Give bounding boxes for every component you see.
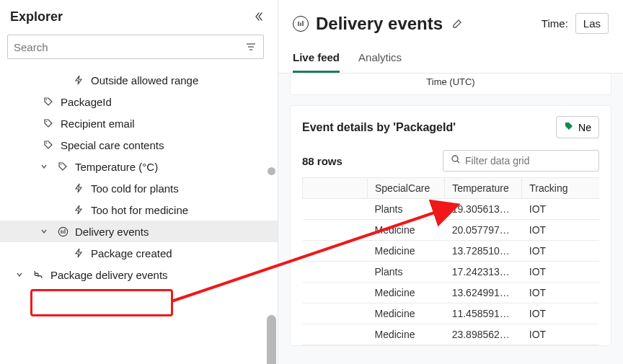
panel-title: Event details by 'PackageId' — [302, 121, 456, 134]
svg-point-6 — [61, 164, 62, 166]
row-count: 88 rows — [302, 155, 343, 167]
collapse-sidebar-button[interactable] — [249, 7, 268, 26]
bolt-icon — [72, 203, 85, 216]
tree-label: Outside allowed range — [91, 74, 198, 86]
chevron-down-icon[interactable] — [14, 271, 25, 278]
table-header-row: SpecialCare Temperature Tracking — [303, 178, 600, 199]
cell-tracking: IOT — [522, 324, 599, 345]
explorer-tree: Outside allowed range PackageId Recipien… — [0, 66, 278, 364]
tag-icon — [42, 95, 55, 108]
cell-specialcare: Medicine — [368, 303, 445, 324]
cell-blank — [303, 303, 368, 324]
stream-icon — [293, 16, 309, 32]
svg-point-14 — [452, 156, 458, 161]
explorer-sidebar: Explorer Outside allowed range PackageId — [0, 0, 278, 364]
cell-temperature: 19.3056133933391 — [445, 199, 522, 220]
cell-specialcare: Medicine — [368, 241, 445, 262]
svg-point-4 — [46, 121, 48, 123]
chevron-down-icon[interactable] — [39, 228, 49, 235]
cell-tracking: IOT — [522, 220, 599, 241]
col-specialcare[interactable]: SpecialCare — [368, 178, 445, 199]
cell-temperature: 23.8985625502181 — [445, 324, 522, 345]
filter-input-wrapper[interactable] — [443, 150, 599, 172]
cell-temperature: 13.624991197011 — [445, 283, 522, 303]
stream-icon — [56, 225, 69, 238]
cell-tracking: IOT — [522, 262, 599, 283]
tree-label: Package delivery events — [50, 269, 168, 281]
cell-blank — [303, 220, 368, 241]
search-input[interactable] — [14, 41, 244, 53]
col-tracking[interactable]: Tracking — [522, 178, 599, 199]
tree-label: Recipient email — [61, 117, 135, 130]
chevron-down-icon[interactable] — [39, 163, 49, 170]
data-grid: SpecialCare Temperature Tracking Plants1… — [302, 177, 599, 345]
tree-label: Package created — [91, 247, 172, 259]
tag-icon — [564, 121, 574, 133]
tag-icon — [42, 117, 55, 130]
new-button[interactable]: Ne — [556, 116, 599, 138]
table-row[interactable]: Plants19.3056133933391IOT — [303, 199, 600, 220]
col-temperature[interactable]: Temperature — [445, 178, 522, 199]
tree-label: Delivery events — [75, 226, 149, 238]
cell-tracking: IOT — [522, 283, 599, 303]
tree-node-too-hot[interactable]: Too hot for medicine — [0, 199, 278, 221]
table-row[interactable]: Plants17.2423136006306IOT — [303, 262, 600, 283]
col-blank[interactable] — [303, 178, 368, 199]
time-utc-header: Time (UTC) — [290, 74, 611, 95]
tree-node-delivery-events[interactable]: Delivery events — [0, 221, 278, 242]
table-row[interactable]: Medicine23.8985625502181IOT — [303, 324, 600, 345]
bolt-icon — [72, 247, 85, 259]
tree-node-outside-range[interactable]: Outside allowed range — [0, 69, 278, 91]
search-input-wrapper[interactable] — [7, 35, 264, 59]
tree-node-package-delivery-events[interactable]: Package delivery events — [0, 264, 278, 285]
tree-node-package-created[interactable]: Package created — [0, 242, 278, 264]
cell-specialcare: Medicine — [368, 220, 445, 241]
table-row[interactable]: Medicine13.7285103789198IOT — [303, 241, 600, 262]
time-range-button[interactable]: Las — [575, 13, 609, 34]
tree-node-too-cold[interactable]: Too cold for plants — [0, 177, 278, 199]
cell-specialcare: Plants — [368, 199, 445, 220]
tree-node-special-care[interactable]: Special care contents — [0, 134, 278, 156]
cell-specialcare: Medicine — [368, 324, 445, 345]
cell-specialcare: Medicine — [368, 283, 445, 303]
bolt-icon — [72, 74, 85, 86]
tree-node-recipient-email[interactable]: Recipient email — [0, 112, 278, 134]
cell-blank — [303, 283, 368, 303]
table-row[interactable]: Medicine13.624991197011IOT — [303, 283, 600, 303]
cell-temperature: 11.4585916577646 — [445, 303, 522, 324]
main-pane: Delivery events Time: Las Live feed Anal… — [278, 0, 623, 364]
tab-analytics[interactable]: Analytics — [358, 51, 402, 73]
cell-specialcare: Plants — [368, 262, 445, 283]
page-title: Delivery events — [316, 14, 443, 34]
cell-blank — [303, 241, 368, 262]
table-row[interactable]: Medicine11.4585916577646IOT — [303, 303, 600, 324]
cell-blank — [303, 324, 368, 345]
cell-blank — [303, 199, 368, 220]
tree-label: PackageId — [61, 96, 112, 108]
search-icon — [451, 154, 461, 167]
cell-temperature: 17.2423136006306 — [445, 262, 522, 283]
cell-temperature: 20.0577978111141 — [445, 220, 522, 241]
flow-icon — [32, 268, 45, 281]
tree-node-packageid[interactable]: PackageId — [0, 91, 278, 112]
cell-tracking: IOT — [522, 199, 599, 220]
cell-blank — [303, 262, 368, 283]
tag-icon — [56, 160, 69, 173]
tree-label: Temperature (°C) — [75, 161, 158, 173]
cell-temperature: 13.7285103789198 — [445, 241, 522, 262]
filter-input[interactable] — [465, 155, 591, 167]
tab-live-feed[interactable]: Live feed — [293, 51, 340, 73]
scrollbar-thumb[interactable] — [267, 315, 276, 364]
tree-node-temperature[interactable]: Temperature (°C) — [0, 156, 278, 177]
edit-button[interactable] — [450, 17, 464, 31]
tree-label: Too hot for medicine — [91, 204, 188, 216]
table-row[interactable]: Medicine20.0577978111141IOT — [303, 220, 600, 241]
svg-line-15 — [457, 161, 459, 163]
bolt-icon — [72, 182, 85, 195]
sidebar-title: Explorer — [10, 9, 63, 25]
svg-point-3 — [46, 99, 48, 101]
tree-label: Special care contents — [61, 139, 164, 151]
time-label: Time: — [542, 17, 568, 30]
scroll-indicator-icon — [268, 167, 275, 175]
filter-icon[interactable] — [244, 40, 257, 53]
